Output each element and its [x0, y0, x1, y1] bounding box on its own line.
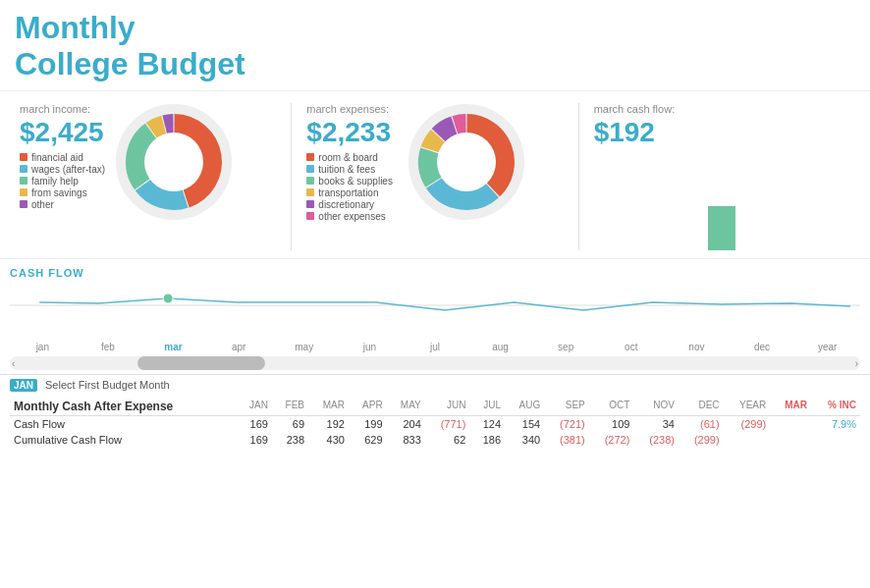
cell-pct	[811, 432, 860, 448]
cell-value: 204	[387, 415, 425, 432]
income-label: march income:	[20, 103, 105, 115]
legend-item: wages (after-tax)	[20, 164, 105, 175]
income-donut	[115, 103, 233, 221]
legend-item: books & supplies	[306, 176, 393, 187]
cashflow-line-chart	[10, 281, 860, 340]
cashflow-summary-value: $192	[594, 117, 850, 148]
month-label-aug: aug	[467, 342, 533, 352]
legend-item: other expenses	[306, 211, 393, 222]
month-label-dec: dec	[730, 342, 795, 352]
cell-value: (771)	[425, 415, 470, 432]
select-first-month-label: Select First Budget Month	[45, 379, 170, 391]
income-block: march income: $2,425 financial aidwages …	[10, 103, 286, 250]
income-value: $2,425	[20, 117, 105, 148]
col-nov: NOV	[633, 396, 679, 416]
cell-value: 238	[272, 432, 308, 448]
legend-item: transportation	[306, 187, 393, 198]
table-section-header: Monthly Cash After Expense	[10, 396, 236, 416]
table-section: JAN Select First Budget Month Monthly Ca…	[0, 374, 870, 452]
col-apr: APR	[349, 396, 387, 416]
col-jun: JUN	[425, 396, 470, 416]
col-mar: MAR	[308, 396, 349, 416]
stats-section: march income: $2,425 financial aidwages …	[0, 91, 870, 258]
col-feb: FEB	[272, 396, 308, 416]
table-header-row: JAN Select First Budget Month	[10, 379, 860, 392]
cell-value: 340	[505, 432, 544, 448]
cell-value: 124	[469, 415, 505, 432]
page-title: Monthly College Budget	[15, 10, 855, 82]
cell-value: 169	[236, 432, 271, 448]
expenses-legend: room & boardtuition & feesbooks & suppli…	[306, 152, 393, 222]
divider-1	[291, 103, 292, 250]
scroll-right-arrow[interactable]: ›	[855, 357, 858, 368]
svg-point-3	[437, 133, 496, 191]
row-label: Cash Flow	[10, 415, 236, 432]
cell-value: (299)	[724, 415, 771, 432]
expenses-block: march expenses: $2,233 room & boardtuiti…	[297, 103, 572, 250]
cashflow-bar-chart	[594, 152, 850, 250]
scrollbar[interactable]: ‹ ›	[10, 356, 860, 370]
col-pct-inc: % INC	[811, 396, 860, 416]
income-legend: financial aidwages (after-tax)family hel…	[20, 152, 105, 210]
legend-item: discretionary	[306, 199, 393, 210]
svg-point-1	[144, 133, 203, 191]
svg-point-5	[163, 294, 173, 303]
table-row: Cash Flow16969192199204(771)124154(721)1…	[10, 415, 860, 432]
expenses-label: march expenses:	[306, 103, 393, 115]
cell-value: 169	[236, 415, 271, 432]
cell-value: (61)	[679, 415, 724, 432]
table-row: Cumulative Cash Flow16923843062983362186…	[10, 432, 860, 448]
month-label-may: may	[271, 342, 337, 352]
month-label-sep: sep	[533, 342, 599, 352]
month-label-jul: jul	[403, 342, 468, 352]
cashflow-summary-block: march cash flow: $192	[584, 103, 860, 250]
month-label-jan: jan	[10, 342, 76, 352]
col-dec: DEC	[679, 396, 724, 416]
month-label-nov: nov	[664, 342, 730, 352]
col-may: MAY	[387, 396, 425, 416]
cell-value: 833	[387, 432, 425, 448]
cell-value: (721)	[544, 415, 589, 432]
cell-value: (381)	[544, 432, 589, 448]
month-label-feb: feb	[76, 342, 141, 352]
legend-item: other	[20, 199, 105, 210]
cell-value: (272)	[589, 432, 634, 448]
divider-2	[578, 103, 579, 250]
cell-value: 62	[425, 432, 470, 448]
cashflow-title: CASH FLOW	[10, 267, 860, 279]
cell-value: 69	[272, 415, 308, 432]
page-header: Monthly College Budget	[0, 0, 870, 91]
cell-value: 192	[308, 415, 349, 432]
legend-item: financial aid	[20, 152, 105, 163]
month-label-oct: oct	[598, 342, 664, 352]
cashflow-section: CASH FLOW janfebmaraprmayjunjulaugsepoct…	[0, 258, 870, 370]
col-year: YEAR	[724, 396, 771, 416]
month-label-year: year	[794, 342, 860, 352]
scroll-left-arrow[interactable]: ‹	[12, 357, 15, 368]
cell-value: 154	[505, 415, 544, 432]
col-sep: SEP	[544, 396, 589, 416]
expenses-info: march expenses: $2,233 room & boardtuiti…	[306, 103, 393, 223]
month-label-apr: apr	[206, 342, 272, 352]
expenses-donut	[403, 103, 530, 221]
cell-value: (299)	[679, 432, 724, 448]
legend-item: tuition & fees	[306, 164, 393, 175]
expenses-value: $2,233	[306, 117, 393, 148]
col-aug: AUG	[505, 396, 544, 416]
col-jul: JUL	[469, 396, 505, 416]
legend-item: room & board	[306, 152, 393, 163]
cell-mar	[770, 415, 811, 432]
col-mar-header: MAR	[770, 396, 811, 416]
cell-value: 109	[589, 415, 634, 432]
cell-mar	[770, 432, 811, 448]
legend-item: from savings	[20, 187, 105, 198]
scrollbar-thumb[interactable]	[137, 356, 265, 370]
cell-value	[724, 432, 771, 448]
jan-badge: JAN	[10, 379, 37, 392]
month-label-jun: jun	[337, 342, 403, 352]
cell-value: 629	[349, 432, 387, 448]
cell-value: 186	[469, 432, 505, 448]
month-label-mar: mar	[140, 342, 206, 352]
col-jan: JAN	[236, 396, 271, 416]
cell-value: 430	[308, 432, 349, 448]
